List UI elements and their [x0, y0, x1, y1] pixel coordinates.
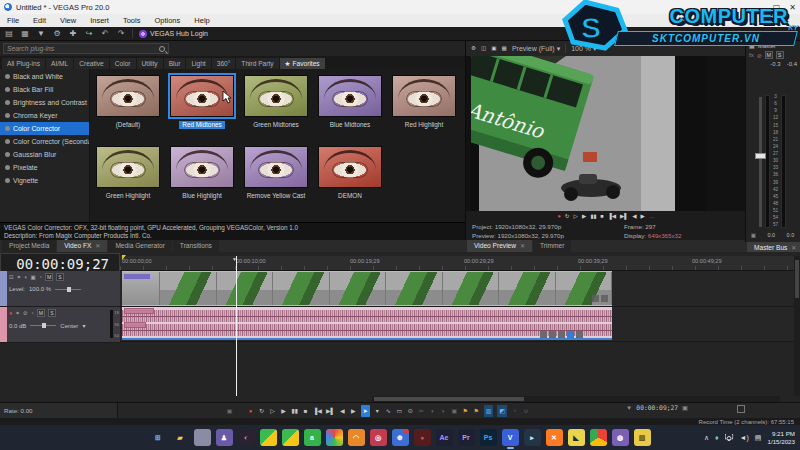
new-project-icon[interactable]: ▤ — [4, 29, 14, 38]
preset-demon[interactable]: DEMON — [313, 143, 387, 214]
microphone-icon[interactable]: ♦ — [715, 434, 719, 441]
preview-quality-dropdown[interactable]: Preview (Full) ▾ — [512, 45, 560, 53]
zoom-in-icon[interactable]: ＋ — [602, 44, 608, 53]
tab-favorites[interactable]: ★Favorites — [280, 58, 325, 69]
previous-frame-button[interactable]: ◀ — [339, 405, 346, 417]
plugin-item-vignette[interactable]: Vignette — [0, 174, 89, 187]
plugin-item-gaussian-blur[interactable]: Gaussian Blur — [0, 148, 89, 161]
volume-icon[interactable]: ◄) — [740, 434, 749, 441]
menu-insert[interactable]: Insert — [83, 16, 116, 25]
split-screen-icon[interactable]: ◫ — [481, 44, 486, 53]
tab-light[interactable]: Light — [186, 58, 210, 69]
rate-display[interactable]: Rate: 0.00 — [0, 403, 118, 419]
snapping-button[interactable]: ∪ — [522, 405, 529, 417]
preview-zoom-dropdown[interactable]: 100 % ▾ — [571, 45, 596, 53]
close-button[interactable]: ✕ — [789, 3, 796, 12]
selection-edit-tool[interactable]: ▭ — [396, 405, 403, 417]
video-track-header[interactable]: ⊡ ✦ ◐ ▣ ◔ M S Level: 100.0 % — [0, 271, 120, 307]
pan-value[interactable]: Center — [60, 323, 78, 329]
envelope-edit-tool[interactable]: ∿ — [385, 405, 392, 417]
render-as-icon[interactable]: ✚ — [68, 29, 78, 38]
playhead[interactable] — [236, 256, 237, 396]
plugin-item-chroma-keyer[interactable]: Chroma Keyer — [0, 109, 89, 122]
minimize-button[interactable]: – — [759, 3, 763, 12]
tab-all-plug-ins[interactable]: All Plug-ins — [2, 58, 45, 69]
preset-red-midtones[interactable]: Red Midtones — [165, 72, 239, 143]
record-button[interactable]: ● — [247, 405, 254, 417]
language-icon[interactable]: ▤ — [755, 434, 762, 442]
purple-app-icon[interactable]: ♟ — [216, 429, 233, 446]
audio-track-row[interactable] — [120, 307, 800, 342]
preset-green-midtones[interactable]: Green Midtones — [239, 72, 313, 143]
chrome-icon[interactable] — [590, 429, 607, 446]
video-solo-button[interactable]: S — [56, 273, 64, 281]
stop-button[interactable]: ■ — [600, 212, 603, 221]
automation-icon[interactable]: ◔ — [31, 310, 34, 316]
close-tab-icon[interactable]: ✕ — [95, 243, 100, 249]
stop-button[interactable]: ■ — [302, 405, 309, 417]
master-grid-icon[interactable]: ▦ — [749, 42, 755, 49]
tab-third-party[interactable]: Third Party — [236, 58, 278, 69]
more-button[interactable]: … — [649, 212, 655, 221]
insert-marker-button[interactable]: ⚑ — [462, 405, 469, 417]
share-icon[interactable]: ↪ — [84, 29, 94, 38]
automation-icon[interactable]: ◔ — [39, 274, 42, 280]
video-preview-display[interactable]: Antônio — [466, 56, 746, 211]
window-layout-icon[interactable] — [737, 405, 745, 413]
tab-360-[interactable]: 360° — [212, 58, 236, 69]
vertical-scrollbar[interactable] — [794, 256, 800, 396]
plugin-item-black-bar-fill[interactable]: Black Bar Fill — [0, 83, 89, 96]
after-effects-icon[interactable]: Ae — [436, 429, 453, 446]
tool-dropdown[interactable]: ▾ — [374, 405, 381, 417]
go-to-start-button[interactable]: ▐◀ — [313, 405, 322, 417]
preset-red-highlight[interactable]: Red Highlight — [387, 72, 461, 143]
master-mute-button[interactable]: M — [765, 51, 773, 59]
go-to-end-button[interactable]: ▶▌ — [620, 212, 628, 221]
close-tab-icon[interactable]: ✕ — [520, 243, 525, 249]
video-mute-button[interactable]: M — [45, 273, 53, 281]
external-monitor-icon[interactable]: ▦ — [502, 44, 507, 53]
photoshop-icon[interactable]: Ps — [480, 429, 497, 446]
menu-help[interactable]: Help — [187, 16, 216, 25]
menu-edit[interactable]: Edit — [26, 16, 53, 25]
globe-browser-icon[interactable]: ⊕ — [392, 429, 409, 446]
marker-flag-icon[interactable] — [122, 255, 126, 260]
play-button[interactable]: ▶ — [280, 405, 287, 417]
undo-icon[interactable]: ↶ — [100, 29, 110, 38]
red-donut-app-icon[interactable]: ◎ — [370, 429, 387, 446]
phase-icon[interactable]: ⊘ — [23, 310, 28, 316]
preset-blue-midtones[interactable]: Blue Midtones — [313, 72, 387, 143]
zoom-edit-tool[interactable]: ⊙ — [407, 405, 414, 417]
dock-tab-transitions[interactable]: Transitions — [173, 240, 219, 252]
compositing-icon[interactable]: ▣ — [31, 274, 36, 280]
maximize-button[interactable]: ▢ — [773, 3, 781, 12]
close-tab-icon[interactable]: ✕ — [791, 245, 796, 251]
preview-settings-icon[interactable]: ⚙ — [471, 44, 476, 53]
phone-link-icon[interactable] — [194, 429, 211, 446]
timeline-ruler[interactable]: 00:00:00;0000:00:10;0000:00:19;2900:00:2… — [120, 256, 800, 271]
previous-frame-button[interactable]: ◀ — [632, 212, 636, 221]
normal-edit-tool[interactable]: ➤ — [361, 405, 370, 417]
premiere-pro-icon[interactable]: Pr — [458, 429, 475, 446]
pause-button[interactable]: ▮▮ — [590, 212, 596, 221]
vegas-pro-icon[interactable]: V — [502, 429, 519, 446]
go-to-start-button[interactable]: ▐◀ — [608, 212, 616, 221]
plugin-item-pixelate[interactable]: Pixelate — [0, 161, 89, 174]
event-icon[interactable] — [576, 331, 583, 338]
dark-blue-app-icon[interactable]: ▸ — [524, 429, 541, 446]
dock-tab-trimmer[interactable]: Trimmer — [533, 240, 571, 252]
dock-tab-video-preview[interactable]: Video Preview✕ — [467, 240, 532, 252]
automation-button[interactable]: ◔ — [511, 405, 518, 417]
go-to-end-button[interactable]: ▶▌ — [326, 405, 335, 417]
preset-remove-yellow-cast[interactable]: Remove Yellow Cast — [239, 143, 313, 214]
bluestacks-icon[interactable] — [260, 429, 277, 446]
mixer-console-button[interactable]: ▥ — [484, 405, 494, 417]
plugin-search-input[interactable]: Search plug-ins — [3, 43, 169, 54]
yellow-diagonal-app-icon[interactable]: ◣ — [568, 429, 585, 446]
event-fx-icon[interactable] — [601, 295, 608, 302]
trim-right-tool[interactable]: ◗ — [440, 405, 447, 417]
event-pan-crop-icon[interactable] — [592, 295, 599, 302]
start-button[interactable]: ⊞ — [150, 429, 167, 446]
redo-icon[interactable]: ↷ — [116, 29, 126, 38]
plugin-item-black-and-white[interactable]: Black and White — [0, 70, 89, 83]
